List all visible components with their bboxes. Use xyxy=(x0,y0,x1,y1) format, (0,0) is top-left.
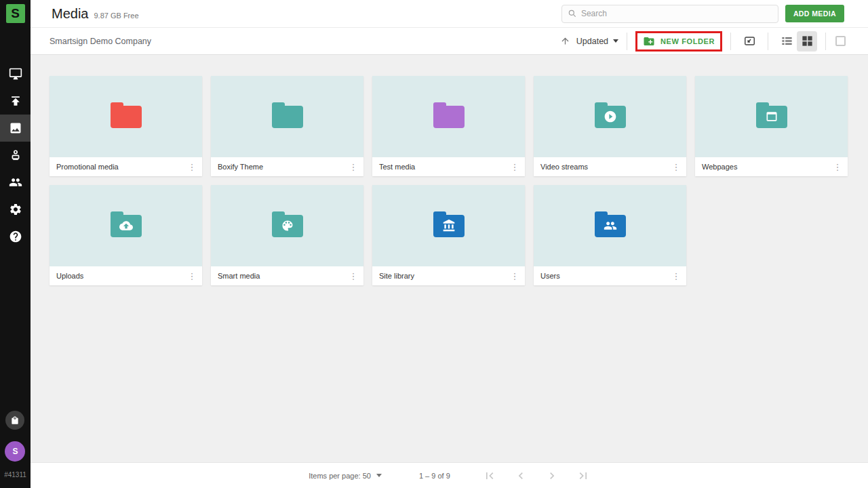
divider xyxy=(730,33,731,50)
folder-card[interactable]: Smart media ⋮ xyxy=(211,185,363,285)
sidebar-bottom: S #41311 xyxy=(4,411,26,488)
folder-card-footer: Test media ⋮ xyxy=(372,157,525,176)
folder-icon xyxy=(595,215,626,237)
select-all-checkbox[interactable] xyxy=(835,36,846,46)
chevron-left-icon xyxy=(514,469,528,483)
list-view-button[interactable] xyxy=(776,31,797,52)
sidebar-item-publish[interactable] xyxy=(0,87,31,115)
sort-label: Updated xyxy=(576,37,608,46)
folder-icon xyxy=(595,106,626,128)
sidebar-item-media[interactable] xyxy=(0,115,31,142)
main-area: Media 9.87 GB Free ADD MEDIA Smartsign D… xyxy=(31,0,868,488)
resize-preview-icon xyxy=(743,35,756,47)
folder-name-label: Users xyxy=(540,272,560,280)
monitor-icon xyxy=(9,67,22,81)
browser-window-icon xyxy=(765,110,778,123)
kebab-menu-icon[interactable]: ⋮ xyxy=(186,163,198,171)
sort-ascending-icon xyxy=(560,36,570,46)
search-box[interactable] xyxy=(561,5,778,23)
people-icon xyxy=(604,219,617,232)
sidebar-item-screens[interactable] xyxy=(0,60,31,87)
storage-free-label: 9.87 GB Free xyxy=(94,12,138,20)
kebab-menu-icon[interactable]: ⋮ xyxy=(509,163,521,171)
folder-card-footer: Site library ⋮ xyxy=(372,266,525,285)
people-icon xyxy=(9,176,22,189)
folder-thumbnail[interactable] xyxy=(534,185,686,266)
page-header: Media 9.87 GB Free ADD MEDIA xyxy=(31,0,868,28)
first-page-button[interactable] xyxy=(483,469,496,483)
divider xyxy=(627,33,627,50)
folder-card[interactable]: Users ⋮ xyxy=(534,185,686,285)
publish-icon xyxy=(9,94,22,108)
folder-thumbnail[interactable] xyxy=(372,76,525,157)
add-media-button[interactable]: ADD MEDIA xyxy=(785,5,844,22)
items-per-page-control[interactable]: Items per page: 50 xyxy=(309,472,382,480)
folder-icon xyxy=(272,106,303,128)
sidebar-item-settings[interactable] xyxy=(0,196,31,223)
folder-icon xyxy=(111,106,142,128)
search-icon xyxy=(568,9,577,18)
sidebar-item-users[interactable] xyxy=(0,169,31,196)
folder-card[interactable]: Webpages ⋮ xyxy=(695,76,848,176)
help-icon xyxy=(9,230,22,243)
folder-card[interactable]: Promotional media ⋮ xyxy=(50,76,202,176)
new-folder-button[interactable]: NEW FOLDER xyxy=(643,35,715,47)
folder-card[interactable]: Boxify Theme ⋮ xyxy=(211,76,363,176)
media-image-icon xyxy=(9,121,22,135)
folder-name-label: Promotional media xyxy=(56,163,119,171)
grid-view-icon xyxy=(801,35,814,47)
account-id-badge: #41311 xyxy=(4,471,26,479)
folder-card-footer: Boxify Theme ⋮ xyxy=(211,157,363,176)
sidebar-item-help[interactable] xyxy=(0,223,31,250)
search-input[interactable] xyxy=(581,9,772,18)
first-page-icon xyxy=(483,469,496,483)
annotation-highlight: NEW FOLDER xyxy=(635,31,722,52)
sidebar-item-bookings[interactable] xyxy=(0,142,31,169)
kebab-menu-icon[interactable]: ⋮ xyxy=(186,272,198,281)
user-avatar[interactable]: S xyxy=(5,441,25,462)
folder-card[interactable]: Site library ⋮ xyxy=(372,185,525,285)
kebab-menu-icon[interactable]: ⋮ xyxy=(509,272,521,281)
kebab-menu-icon[interactable]: ⋮ xyxy=(347,163,359,171)
folder-card[interactable]: Test media ⋮ xyxy=(372,76,525,176)
folder-thumbnail[interactable] xyxy=(695,76,848,157)
grid-view-button[interactable] xyxy=(797,31,817,52)
app-logo[interactable]: S xyxy=(6,4,25,23)
folder-thumbnail[interactable] xyxy=(50,76,202,157)
store-button[interactable] xyxy=(5,411,24,430)
kebab-menu-icon[interactable]: ⋮ xyxy=(347,272,359,281)
page-range-label: 1 – 9 of 9 xyxy=(419,472,450,480)
logo-letter: S xyxy=(11,6,20,21)
new-folder-label: NEW FOLDER xyxy=(660,37,715,45)
kebab-menu-icon[interactable]: ⋮ xyxy=(831,163,844,171)
preview-size-button[interactable] xyxy=(739,31,760,52)
chevron-down-icon xyxy=(376,474,382,477)
folder-thumbnail[interactable] xyxy=(211,76,363,157)
kebab-menu-icon[interactable]: ⋮ xyxy=(670,163,682,171)
page-title: Media xyxy=(52,6,88,22)
folder-thumbnail[interactable] xyxy=(534,76,686,157)
folder-card[interactable]: Uploads ⋮ xyxy=(50,185,202,285)
folder-card-footer: Uploads ⋮ xyxy=(50,266,202,285)
folder-name-label: Uploads xyxy=(56,272,83,280)
palette-icon xyxy=(281,219,294,232)
toolbar: Smartsign Demo Company Updated NEW FOLDE… xyxy=(31,28,868,55)
folder-thumbnail[interactable] xyxy=(372,185,525,266)
folder-thumbnail[interactable] xyxy=(50,185,202,266)
sort-control[interactable]: Updated xyxy=(560,36,618,46)
folder-icon xyxy=(433,106,465,128)
folder-grid: Promotional media ⋮ Boxify Theme ⋮ xyxy=(50,76,849,285)
folder-card-footer: Webpages ⋮ xyxy=(695,157,848,176)
sidebar: S S #41311 xyxy=(0,0,31,488)
last-page-button[interactable] xyxy=(576,469,590,483)
folder-icon xyxy=(111,215,142,237)
folder-card[interactable]: Video streams ⋮ xyxy=(534,76,686,176)
content-area: Promotional media ⋮ Boxify Theme ⋮ xyxy=(31,55,868,462)
previous-page-button[interactable] xyxy=(514,469,528,483)
kebab-menu-icon[interactable]: ⋮ xyxy=(670,272,682,281)
sidebar-nav xyxy=(0,60,31,250)
folder-name-label: Test media xyxy=(379,163,415,171)
folder-thumbnail[interactable] xyxy=(211,185,363,266)
folder-icon xyxy=(756,106,787,128)
next-page-button[interactable] xyxy=(545,469,559,483)
